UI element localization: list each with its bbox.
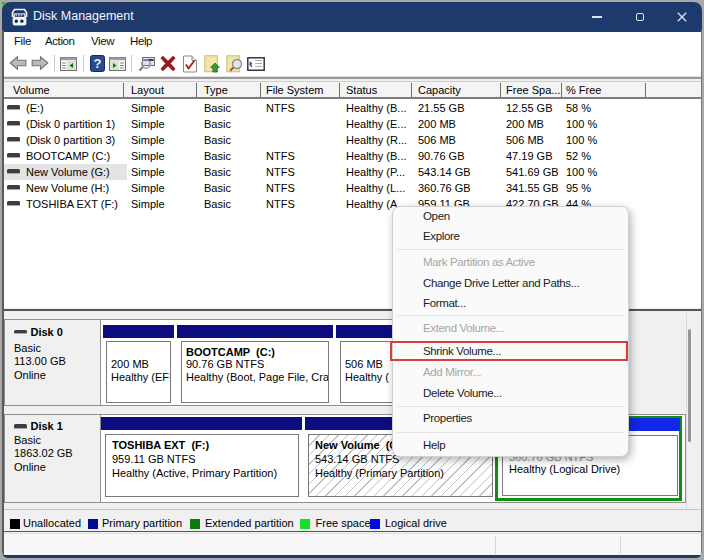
- svg-text:?: ?: [94, 56, 102, 71]
